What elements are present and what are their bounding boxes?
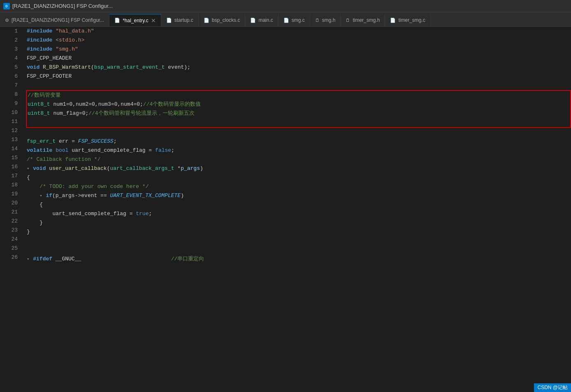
tab-label-smg-c: smg.c [292, 17, 305, 23]
line-num-14: 14 [0, 144, 23, 153]
tab-smg-c[interactable]: 📄smg.c [279, 14, 310, 26]
token: void [27, 63, 43, 72]
token: ▾ [27, 255, 32, 264]
line-num-5: 5 [0, 63, 23, 72]
tab-label-main: main.c [258, 17, 273, 23]
code-line-17: { [27, 173, 571, 182]
line-num-22: 22 [0, 217, 23, 226]
app-icon: ⚙ [3, 3, 10, 9]
token: FSP_CPP_FOOTER [27, 72, 72, 81]
code-line-4: FSP_CPP_HEADER [27, 54, 571, 63]
tab-label-startup: startup.c [174, 17, 193, 23]
token: num_flag=0; [53, 109, 88, 118]
token: ( [107, 164, 110, 173]
token: //串口重定向 [81, 255, 204, 264]
line-num-12: 12 [0, 126, 23, 135]
token: ( [91, 63, 94, 72]
token: event); [165, 63, 190, 72]
code-line-13: fsp_err_t err = FSP_SUCCESS; [27, 137, 571, 146]
token: /* Callback function */ [27, 155, 100, 164]
tab-icon-hal-entry: 📄 [114, 18, 120, 23]
token: FSP_CPP_HEADER [27, 54, 72, 63]
code-line-12 [27, 128, 571, 137]
tab-label-hal-entry: *hal_entry.c [123, 18, 148, 23]
line-num-21: 21 [0, 208, 23, 217]
token: true [136, 209, 149, 218]
token: uint8_t [28, 100, 53, 109]
token: if [46, 191, 52, 200]
token: #ifdef [33, 255, 52, 264]
token: ; [171, 146, 174, 155]
tab-label-fsp-config: [RA2E1_DIANZIZHONG1] FSP Configur... [12, 17, 104, 23]
token: //数码管变量 [28, 91, 61, 100]
token: p_args [181, 164, 200, 173]
token: "hal_data.h" [56, 27, 94, 36]
line-num-7: 7 [0, 81, 23, 90]
line-num-8: 8 [0, 90, 23, 99]
token: ) [200, 164, 203, 173]
line-num-24: 24 [0, 235, 23, 244]
token: false [155, 146, 171, 155]
line-num-3: 3 [0, 45, 23, 54]
tab-timer-smg-h[interactable]: 🗒timer_smg.h [341, 14, 385, 26]
line-num-20: 20 [0, 199, 23, 208]
token: uint8_t [28, 109, 53, 118]
token: { [27, 200, 43, 209]
token: { [27, 173, 30, 182]
code-line-19: ▾ if(p_args->event == UART_EVENT_TX_COMP… [27, 191, 571, 200]
code-line-10: uint8_t num_flag=0;//4个数码管和冒号轮流显示，一轮刷新五次 [27, 109, 570, 118]
code-line-26: ▾ #ifdef __GNUC__ //串口重定向 [27, 255, 571, 264]
line-num-9: 9 [0, 99, 23, 108]
line-num-13: 13 [0, 135, 23, 144]
tab-fsp-config[interactable]: ⚙[RA2E1_DIANZIZHONG1] FSP Configur... [0, 14, 109, 26]
tab-icon-timer-smg-c: 📄 [390, 18, 396, 23]
token: ) [181, 191, 184, 200]
token: //4个数码管显示的数值 [143, 100, 201, 109]
code-area[interactable]: #include "hal_data.h"#include <stdio.h>#… [23, 27, 571, 392]
code-line-18: 🔵 /* TODO: add your own code here */ [27, 182, 571, 191]
token: err = [59, 137, 78, 146]
tab-hal-entry[interactable]: 📄*hal_entry.c✕ [109, 14, 161, 26]
code-line-21: uart_send_complete_flag = true; [27, 209, 571, 218]
title-bar: ⚙ [RA2E1_DIANZIZHONG1] FSP Configur... [0, 0, 571, 12]
line-num-10: 10 [0, 108, 23, 117]
tab-label-timer-smg-h: timer_smg.h [353, 17, 380, 23]
code-line-6: FSP_CPP_FOOTER [27, 72, 571, 81]
token: void [33, 164, 49, 173]
token: fsp_err_t [27, 137, 59, 146]
token: ▾ [39, 191, 45, 200]
tab-main[interactable]: 📄main.c [245, 14, 278, 26]
tab-timer-smg-c[interactable]: 📄timer_smg.c [385, 14, 430, 26]
token: R_BSP_WarmStart [43, 63, 91, 72]
tab-startup[interactable]: 📄startup.c [161, 14, 199, 26]
line-num-11: 11 [0, 117, 23, 126]
code-line-14: volatile bool uart_send_complete_flag = … [27, 146, 571, 155]
code-line-22: } [27, 218, 571, 227]
token: uart_send_complete_flag = [72, 146, 155, 155]
token: UART_EVENT_TX_COMPLETE [110, 191, 181, 200]
token: } [27, 227, 30, 237]
tab-icon-startup: 📄 [166, 18, 172, 23]
status-bar: CSDN @记帖 [534, 383, 571, 392]
line-num-19: 19 [0, 190, 23, 199]
token: #include [27, 45, 56, 54]
token: (p_args->event == [52, 191, 110, 200]
code-line-24 [27, 237, 571, 246]
highlighted-block: //数码管变量uint8_t num1=0,num2=0,num3=0,num4… [26, 90, 571, 128]
code-line-23: } [27, 227, 571, 237]
code-line-15: /* Callback function */ [27, 155, 571, 164]
tab-label-bsp-clocks: bsp_clocks.c [212, 17, 240, 23]
token: #include [27, 27, 56, 36]
line-num-1: 1 [0, 27, 23, 36]
code-line-16: ▾ void user_uart_callback(uart_callback_… [27, 164, 571, 173]
tab-bsp-clocks[interactable]: 📄bsp_clocks.c [199, 14, 246, 26]
token: user_uart_callback [49, 164, 107, 173]
token: * [174, 164, 181, 173]
token: /* TODO: add your own code here */ [27, 182, 149, 191]
token: num1=0,num2=0,num3=0,num4=0; [53, 100, 143, 109]
tab-icon-smg-h: 🗒 [315, 18, 320, 23]
tab-smg-h[interactable]: 🗒smg.h [310, 14, 341, 26]
tab-close-hal-entry[interactable]: ✕ [151, 17, 156, 24]
token: uart_callback_args_t [110, 164, 174, 173]
token: ; [149, 209, 152, 218]
